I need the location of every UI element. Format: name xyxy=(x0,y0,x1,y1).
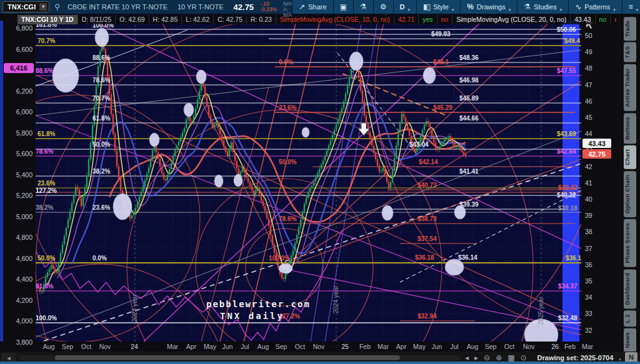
ohlc-field: C: 42.75 xyxy=(213,15,246,24)
svg-text:$43.69: $43.69 xyxy=(557,130,576,137)
style-button[interactable]: ▮▯ Style ▾ xyxy=(416,0,460,14)
right-tab-strip: TradeT&SActive TraderButtonsChartOption … xyxy=(620,14,640,352)
svg-text:5,800: 5,800 xyxy=(16,129,32,137)
svg-text:$50.06: $50.06 xyxy=(557,26,576,33)
chart-title: TNX:CGI 10 Y 1D xyxy=(18,15,78,24)
panel-tab-option-chain[interactable]: Option Chain xyxy=(624,171,636,217)
svg-text:4,600: 4,600 xyxy=(16,255,32,262)
panel-tab-news[interactable]: News xyxy=(624,328,636,352)
svg-text:$34.37: $34.37 xyxy=(558,283,578,290)
scrollbar-thumb[interactable] xyxy=(55,355,400,360)
svg-text:44: 44 xyxy=(585,130,592,137)
svg-text:$41.41: $41.41 xyxy=(459,168,479,175)
svg-text:6,800: 6,800 xyxy=(16,24,32,32)
target-icon[interactable]: ⊙ xyxy=(521,353,527,362)
svg-text:5,600: 5,600 xyxy=(16,150,32,157)
svg-text:37: 37 xyxy=(585,245,592,252)
timeframe-button[interactable]: D ▾ xyxy=(393,0,416,14)
svg-text:4,000: 4,000 xyxy=(16,317,32,325)
panel-tab-trade[interactable]: Trade xyxy=(624,17,636,41)
pan-left-icon[interactable]: ◂ xyxy=(465,353,469,362)
candlestick-icon: ▮▯ xyxy=(423,2,430,11)
ohlc-field: L: 42.62 xyxy=(181,15,213,24)
panel-tab-dashboard[interactable]: Dashboard xyxy=(624,269,636,308)
chevron-down-icon: ▾ xyxy=(560,7,562,12)
svg-text:2024 year: 2024 year xyxy=(332,285,339,313)
calendar-button[interactable]: ▣ xyxy=(333,0,353,14)
svg-text:39: 39 xyxy=(585,212,592,219)
zoom-in-icon[interactable]: ⊕ xyxy=(496,353,502,362)
bid-ask-block: B: N/A A: N/A xyxy=(283,0,292,18)
chevron-down-icon[interactable]: ▾ xyxy=(39,3,47,11)
svg-text:78.6%: 78.6% xyxy=(279,215,296,222)
zoom-out-icon[interactable]: ⊖ xyxy=(484,353,490,362)
drawing-set-selector[interactable]: Drawing set: 2025-0704 xyxy=(538,354,614,362)
svg-text:42.75: 42.75 xyxy=(588,150,606,158)
svg-text:Nov: Nov xyxy=(523,343,535,350)
svg-text:35: 35 xyxy=(585,277,592,285)
svg-text:pebblewriter.com: pebblewriter.com xyxy=(206,299,311,309)
svg-text:$47.55: $47.55 xyxy=(557,67,576,74)
chart-canvas[interactable]: 2023 year2024 year2025 year$50.06$49.4$4… xyxy=(0,0,640,364)
analysis-tools-button[interactable]: ⚗ xyxy=(353,0,373,14)
svg-text:61.8%: 61.8% xyxy=(38,130,55,137)
svg-text:25: 25 xyxy=(341,343,349,350)
svg-text:$40.73: $40.73 xyxy=(418,182,437,189)
svg-text:Aug: Aug xyxy=(467,343,479,350)
svg-text:Oct: Oct xyxy=(504,343,514,350)
svg-text:88.6%: 88.6% xyxy=(36,67,53,74)
list-button[interactable]: ≡ ▾ xyxy=(622,0,640,14)
svg-text:36: 36 xyxy=(585,261,592,268)
svg-text:$32.94: $32.94 xyxy=(418,313,437,320)
list-icon: ≡ xyxy=(629,2,633,11)
svg-text:Nov: Nov xyxy=(99,343,111,350)
svg-text:Oct: Oct xyxy=(295,343,305,350)
studies-button[interactable]: ⚗ Studies ▾ xyxy=(517,0,568,14)
svg-text:0.0%: 0.0% xyxy=(92,255,107,262)
panel-tab-chart[interactable]: Chart xyxy=(624,145,636,169)
study2-value: 43.43 xyxy=(570,15,594,24)
panel-tab-t-s[interactable]: T&S xyxy=(624,42,636,62)
grid-view-icon[interactable]: ▦ xyxy=(508,353,514,362)
link-icon[interactable]: ⚲ xyxy=(54,2,60,11)
svg-text:50.0%: 50.0% xyxy=(92,141,110,148)
svg-text:$44.66: $44.66 xyxy=(459,115,479,122)
svg-text:May: May xyxy=(413,343,426,350)
svg-text:Apr: Apr xyxy=(396,343,407,350)
panel-tab-phase-scores[interactable]: Phase Scores xyxy=(624,219,636,267)
svg-text:TNX daily: TNX daily xyxy=(220,311,284,321)
study1-flag: no xyxy=(437,15,452,24)
svg-text:34: 34 xyxy=(585,293,592,301)
panel-tab-active-trader[interactable]: Active Trader xyxy=(624,64,636,111)
svg-text:88.6%: 88.6% xyxy=(92,54,110,61)
svg-text:$36.18: $36.18 xyxy=(415,254,434,261)
pan-right-icon[interactable]: ▸ xyxy=(474,353,478,362)
svg-text:$45.89: $45.89 xyxy=(459,95,479,102)
svg-text:$45.29: $45.29 xyxy=(433,104,452,111)
last-price: 42.75 xyxy=(234,2,254,12)
svg-text:May: May xyxy=(204,343,217,350)
svg-text:Oct: Oct xyxy=(81,343,91,350)
svg-text:Aug: Aug xyxy=(258,343,269,350)
ohlc-field: O: 42.69 xyxy=(115,15,148,24)
study2-flag: no xyxy=(595,15,611,24)
svg-text:Jun: Jun xyxy=(222,343,233,350)
patterns-button[interactable]: ∿ Patterns ▾ xyxy=(568,0,622,14)
svg-text:5,400: 5,400 xyxy=(16,171,32,179)
svg-text:127.2%: 127.2% xyxy=(36,187,57,194)
share-button[interactable]: ↗ Share xyxy=(292,0,332,14)
settings-button[interactable]: ⚙ xyxy=(373,0,393,14)
ask-value: A: N/A xyxy=(283,7,292,18)
change-percent: -0.23% xyxy=(260,7,277,12)
symbol-input[interactable]: TNX:CGI ▾ xyxy=(2,1,49,12)
chart-scrollbar[interactable] xyxy=(19,355,460,360)
svg-text:$48.1: $48.1 xyxy=(433,59,449,66)
panel-tab-l-2[interactable]: L 2 xyxy=(624,310,636,327)
svg-text:24: 24 xyxy=(131,343,138,350)
drawings-button[interactable]: % Drawings ▾ xyxy=(460,0,517,14)
svg-text:6,416: 6,416 xyxy=(10,64,28,72)
svg-text:$42.14: $42.14 xyxy=(419,159,438,165)
share-icon: ↗ xyxy=(299,2,305,11)
panel-tab-buttons[interactable]: Buttons xyxy=(624,113,636,144)
svg-text:$39.39: $39.39 xyxy=(459,201,479,208)
